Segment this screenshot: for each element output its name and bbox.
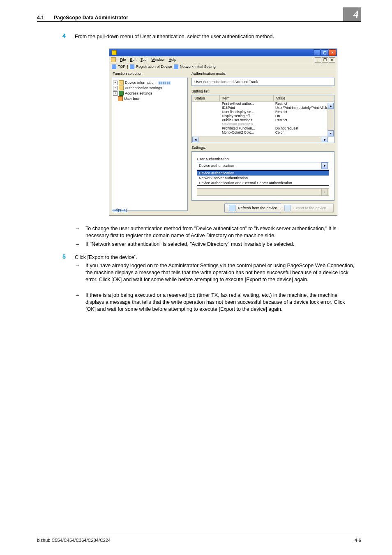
export-icon [284, 205, 291, 211]
list-row[interactable]: Public user settingsRestrict [192, 118, 334, 122]
breadcrumb: TOP | Registration of Device Network Ini… [109, 63, 337, 70]
step-4-number: 4 [62, 32, 66, 39]
scroll-left-icon[interactable]: ◀ [192, 137, 198, 142]
expand-icon[interactable]: + [113, 81, 118, 85]
function-tree: + Device information ▮▮ ▮▮ ▮▮ + Authenti… [112, 78, 188, 211]
dropdown-option-device-and-external[interactable]: Device authentication and External Serve… [197, 180, 329, 185]
list-header: Status Item Value [192, 95, 334, 102]
arrow-icon: → [75, 225, 81, 239]
menu-tool[interactable]: Tool [141, 58, 148, 62]
user-auth-combo-value: Device authentication [199, 164, 234, 168]
setting-list: Status Item Value Print without authe...… [191, 95, 334, 143]
section-header: 4.1 PageScope Data Administrator [37, 15, 128, 21]
mdi-restore-button[interactable]: ❐ [322, 57, 328, 63]
arrow-icon: → [75, 262, 81, 283]
list-row[interactable]: User list display se...Restrict [192, 110, 334, 114]
home-icon[interactable] [112, 65, 116, 69]
mdi-minimize-button[interactable]: _ [315, 57, 321, 63]
chapter-tab: 4 [343, 7, 361, 21]
minimize-button[interactable]: _ [313, 49, 321, 56]
step-4-bullet-1: → To change the user authentication meth… [75, 225, 357, 239]
device-info-masked: ▮▮ ▮▮ ▮▮ [158, 81, 171, 85]
secondary-combo-disabled: ▼ [197, 188, 329, 196]
footer-model: bizhub C554/C454/C364/C284/C224 [37, 538, 111, 543]
step-4-text: From the pull-down menu of User authenti… [75, 33, 354, 40]
node-icon [174, 65, 178, 69]
footer-rule [37, 535, 361, 535]
menu-edit[interactable]: Edit [130, 58, 137, 62]
node-icon [130, 65, 134, 69]
function-selection-label: Function selection: [113, 72, 143, 76]
tree-authentication-settings[interactable]: + Authentication settings [113, 86, 187, 90]
list-row[interactable]: Prohibited Function...Do not request [192, 126, 334, 130]
section-title: PageScope Data Administrator [54, 15, 128, 21]
chevron-down-icon: ▼ [321, 189, 328, 195]
header-rule [37, 21, 361, 22]
horizontal-scrollbar[interactable]: ◀ ▶ [192, 136, 328, 142]
section-number: 4.1 [37, 15, 44, 21]
expand-icon[interactable]: + [113, 86, 118, 90]
breadcrumb-network[interactable]: Network Initial Setting [180, 65, 216, 69]
dropdown-option-network-auth[interactable]: Network server authentication [197, 176, 329, 180]
expand-icon[interactable]: + [113, 91, 118, 96]
maximize-button[interactable]: ▢ [321, 49, 328, 56]
user-auth-label: User authentication [197, 157, 329, 161]
folder-icon [111, 57, 116, 62]
step-5-text: Click [Export to the device]. [75, 254, 137, 261]
setting-list-label: Setting list: [191, 89, 210, 93]
menu-window[interactable]: Window [152, 58, 165, 62]
tree-device-information[interactable]: + Device information ▮▮ ▮▮ ▮▮ [113, 80, 187, 85]
menu-file[interactable]: File [120, 58, 126, 62]
tree-user-box[interactable]: User box [113, 96, 187, 101]
auth-mode-value: User Authentication and Account Track [194, 80, 258, 84]
vertical-scrollbar[interactable]: ▲ ▼ [327, 103, 334, 136]
export-to-device-button[interactable]: Export to the device... [280, 203, 334, 213]
app-window: _ ▢ × File Edit Tool Window Help _ ❐ × T… [109, 49, 337, 216]
user-auth-dropdown: Device authentication Network server aut… [197, 170, 329, 186]
scroll-down-icon[interactable]: ▼ [328, 130, 334, 136]
folder-icon [119, 80, 124, 85]
step-5-bullet-1: → If you have already logged on to the A… [75, 262, 357, 283]
refresh-from-device-button[interactable]: Refresh from the device... [224, 203, 285, 213]
mdi-close-button[interactable]: × [329, 57, 335, 63]
breadcrumb-registration[interactable]: Registration of Device [136, 65, 172, 69]
refresh-icon [229, 205, 235, 211]
app-icon [112, 50, 117, 55]
list-row[interactable]: Print without authe...Restrict [192, 102, 334, 106]
settings-panel: User authentication Device authenticatio… [191, 151, 334, 201]
step-5-number: 5 [62, 253, 66, 260]
user-auth-combo[interactable]: Device authentication ▼ [197, 162, 329, 169]
step-5-bullet-2: → If there is a job being executed or a … [75, 292, 357, 313]
book-icon [119, 91, 124, 96]
dropdown-option-device-auth[interactable]: Device authentication [197, 171, 329, 176]
settings-label: Settings: [191, 146, 206, 150]
menu-help[interactable]: Help [169, 58, 177, 62]
auth-mode-field: User Authentication and Account Track [191, 78, 334, 86]
titlebar[interactable]: _ ▢ × [109, 49, 337, 56]
scroll-right-icon[interactable]: ▶ [322, 137, 328, 142]
chevron-down-icon[interactable]: ▼ [321, 162, 328, 169]
list-row[interactable]: Maximum number o... [192, 122, 334, 126]
list-row[interactable]: Mono-Color/2 Colo...Color [192, 130, 334, 134]
scroll-up-icon[interactable]: ▲ [328, 103, 334, 109]
col-item[interactable]: Item [220, 95, 274, 101]
footer-page-number: 4-6 [355, 538, 361, 543]
close-button[interactable]: × [329, 49, 336, 56]
tree-address-settings[interactable]: + Address settings [113, 91, 187, 96]
step-4-bullet-2: → If "Network server authentication" is … [75, 241, 357, 248]
arrow-icon: → [75, 241, 81, 248]
list-row[interactable]: Display setting of l...On [192, 114, 334, 118]
arrow-icon: → [75, 292, 81, 313]
breadcrumb-top[interactable]: TOP [118, 65, 125, 69]
list-row[interactable]: ID&PrintUser/Print Immediately/Print All… [192, 106, 334, 110]
menubar: File Edit Tool Window Help [109, 56, 337, 63]
col-status[interactable]: Status [192, 95, 220, 101]
help-link[interactable]: Help(F1) [113, 208, 127, 212]
box-icon [118, 96, 123, 101]
auth-mode-label: Authentication mode: [191, 72, 226, 76]
col-value[interactable]: Value [274, 95, 334, 101]
folder-icon [119, 86, 124, 90]
